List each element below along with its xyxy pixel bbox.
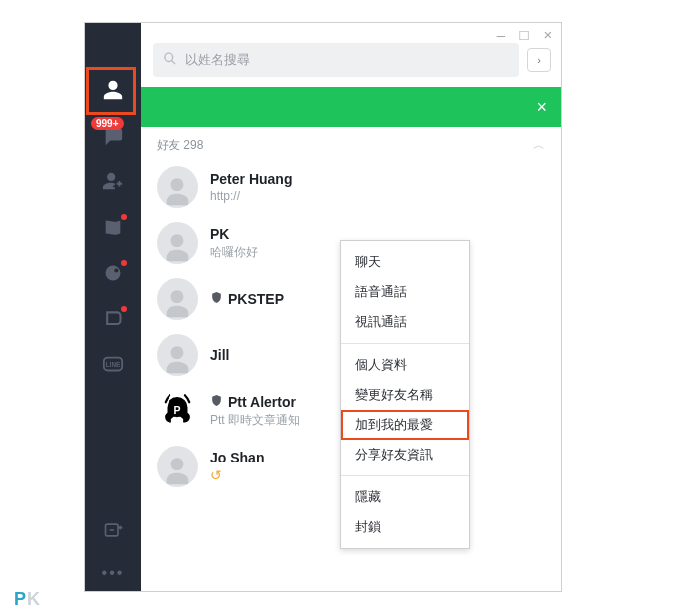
line-logo-icon: LINE (102, 354, 124, 380)
menu-hide[interactable]: 隱藏 (341, 482, 469, 512)
close-icon[interactable]: × (536, 97, 547, 118)
avatar (157, 222, 198, 264)
friend-info: PK 哈囉你好 (210, 226, 258, 261)
watermark-k: K (27, 589, 41, 609)
avatar (157, 334, 198, 376)
friend-info: Jill (210, 347, 229, 363)
avatar (157, 446, 198, 487)
context-menu: 聊天 語音通話 視訊通話 個人資料 變更好友名稱 加到我的最愛 分享好友資訊 隱… (340, 240, 470, 549)
friend-name: Ptt Alertor (228, 394, 296, 410)
chat-badge: 999+ (91, 117, 124, 130)
context-menu-group: 聊天 語音通話 視訊通話 (341, 241, 469, 343)
sidebar-keep[interactable] (85, 509, 141, 555)
menu-add-favorite[interactable]: 加到我的最愛 (341, 410, 469, 440)
sidebar-add-friend[interactable] (85, 160, 141, 206)
menu-chat[interactable]: 聊天 (341, 247, 469, 277)
menu-voice-call[interactable]: 語音通話 (341, 277, 469, 307)
sidebar: 999+ (85, 23, 141, 591)
more-icon: ••• (102, 564, 125, 582)
avatar: P (157, 390, 198, 432)
menu-profile[interactable]: 個人資料 (341, 350, 469, 380)
maximize-button[interactable]: □ (515, 25, 533, 43)
sidebar-spacer-top (85, 31, 141, 69)
friend-name: PKSTEP (228, 291, 284, 307)
presence-dot (191, 222, 198, 229)
sidebar-openchat[interactable] (85, 298, 141, 344)
menu-rename[interactable]: 變更好友名稱 (341, 380, 469, 410)
person-icon (102, 79, 124, 105)
presence-dot (191, 166, 198, 173)
section-label: 好友 298 (157, 137, 203, 154)
openchat-icon (103, 309, 123, 333)
menu-block[interactable]: 封鎖 (341, 512, 469, 542)
presence-dot (191, 446, 198, 453)
sidebar-friends[interactable] (85, 69, 141, 115)
svg-text:LINE: LINE (106, 361, 121, 368)
context-menu-group: 隱藏 封鎖 (341, 476, 469, 548)
app-window: 999+ (84, 22, 562, 592)
friend-row[interactable]: Peter Huang http:// (147, 159, 555, 215)
window-controls: – □ × (492, 25, 557, 43)
notification-dot (121, 306, 127, 312)
sidebar-more[interactable]: ••• (85, 555, 141, 591)
menu-video-call[interactable]: 視訊通話 (341, 307, 469, 337)
avatar (157, 278, 198, 320)
friend-status: ↺ (210, 467, 264, 483)
sidebar-line[interactable]: LINE (85, 344, 141, 390)
watermark: PK (14, 589, 41, 610)
shield-icon (210, 394, 223, 410)
svg-point-1 (114, 268, 118, 272)
avatar (157, 166, 198, 208)
friend-info: PKSTEP (210, 291, 284, 307)
friend-name: PK (210, 226, 229, 242)
svg-point-0 (106, 266, 121, 281)
expand-button[interactable]: › (527, 48, 551, 72)
friend-info: Jo Shan ↺ (210, 450, 264, 483)
search-input[interactable]: 以姓名搜尋 (153, 43, 519, 77)
add-friend-icon (102, 170, 124, 196)
context-menu-group: 個人資料 變更好友名稱 加到我的最愛 分享好友資訊 (341, 344, 469, 475)
close-button[interactable]: × (539, 25, 557, 43)
friend-name: Jill (210, 347, 229, 363)
search-icon (163, 51, 177, 69)
sidebar-voom[interactable] (85, 252, 141, 298)
watermark-p: P (14, 589, 27, 609)
sidebar-news[interactable] (85, 206, 141, 252)
chevron-up-icon: ︿ (533, 137, 545, 154)
friend-status: Ptt 即時文章通知 (210, 412, 300, 429)
notification-dot (121, 260, 127, 266)
notification-bar[interactable]: × (141, 87, 561, 127)
search-placeholder: 以姓名搜尋 (185, 51, 250, 69)
friend-info: Peter Huang http:// (210, 171, 292, 203)
keep-icon (103, 520, 123, 544)
friend-info: Ptt Alertor Ptt 即時文章通知 (210, 394, 300, 429)
main-panel: – □ × 以姓名搜尋 › × 好友 298 ︿ (141, 23, 561, 591)
svg-text:P: P (173, 404, 180, 416)
presence-dot (191, 334, 198, 341)
friend-status: http:// (210, 189, 292, 203)
friends-section-header[interactable]: 好友 298 ︿ (141, 127, 561, 159)
friend-name: Jo Shan (210, 450, 264, 465)
voom-icon (103, 263, 123, 287)
play-icon (102, 216, 124, 242)
menu-share[interactable]: 分享好友資訊 (341, 440, 469, 469)
shield-icon (210, 291, 223, 307)
friend-name: Peter Huang (210, 171, 292, 187)
sidebar-chats[interactable]: 999+ (85, 115, 141, 160)
friend-status: 哈囉你好 (210, 244, 258, 261)
notification-dot (121, 214, 127, 220)
minimize-button[interactable]: – (492, 25, 509, 43)
